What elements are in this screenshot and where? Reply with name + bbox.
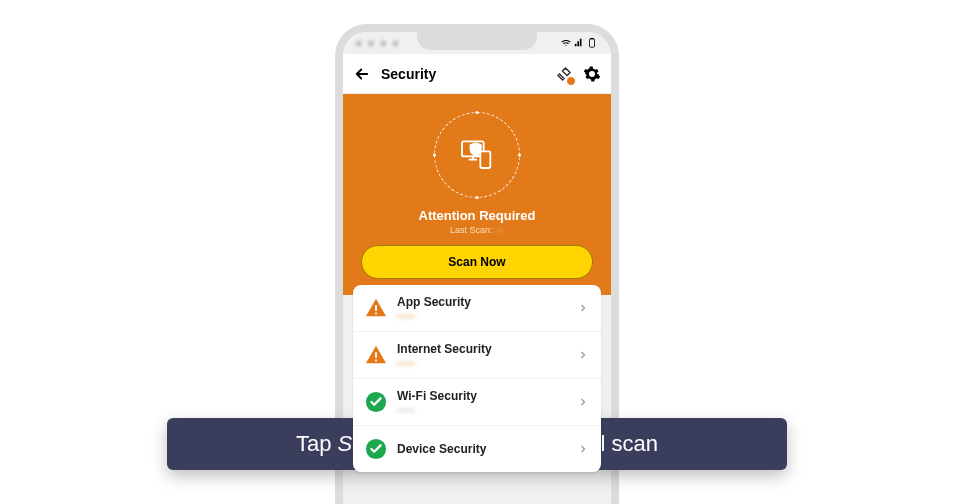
hero-title: Attention Required bbox=[419, 208, 536, 223]
row-title: App Security bbox=[397, 295, 567, 309]
battery-icon bbox=[587, 38, 597, 48]
scan-now-button[interactable]: Scan Now bbox=[361, 245, 593, 279]
list-item-wifi-security[interactable]: Wi-Fi Security —— bbox=[353, 379, 601, 426]
monitor-shield-icon bbox=[457, 133, 497, 177]
page-title: Security bbox=[381, 66, 545, 82]
hero-subtitle: Last Scan: — bbox=[450, 225, 504, 235]
chevron-right-icon bbox=[577, 349, 589, 361]
row-title: Internet Security bbox=[397, 342, 567, 356]
phone-frame: • • • • Security bbox=[335, 24, 619, 504]
svg-rect-3 bbox=[480, 151, 490, 168]
chevron-right-icon bbox=[577, 396, 589, 408]
back-arrow-icon[interactable] bbox=[353, 65, 371, 83]
check-icon bbox=[365, 438, 387, 460]
scan-ring bbox=[434, 112, 520, 198]
row-subtitle: —— bbox=[397, 311, 567, 321]
security-list: App Security —— Internet Security —— bbox=[343, 285, 611, 504]
svg-rect-0 bbox=[590, 39, 595, 47]
chevron-right-icon bbox=[577, 302, 589, 314]
tools-icon[interactable] bbox=[555, 65, 573, 83]
chevron-right-icon bbox=[577, 443, 589, 455]
hero-panel: Attention Required Last Scan: — Scan Now bbox=[343, 94, 611, 295]
svg-rect-4 bbox=[375, 305, 377, 311]
check-icon bbox=[365, 391, 387, 413]
caption-pre: Tap bbox=[296, 431, 338, 456]
status-carrier: • • • • bbox=[357, 38, 400, 49]
row-subtitle: —— bbox=[397, 358, 567, 368]
row-title: Device Security bbox=[397, 442, 567, 456]
svg-rect-5 bbox=[375, 313, 377, 315]
svg-rect-7 bbox=[375, 360, 377, 362]
scan-now-label: Scan Now bbox=[448, 255, 505, 269]
warning-icon bbox=[365, 297, 387, 319]
status-icons bbox=[561, 38, 597, 48]
lastscan-value: — bbox=[495, 225, 504, 235]
wifi-icon bbox=[561, 38, 571, 48]
warning-icon bbox=[365, 344, 387, 366]
security-card: App Security —— Internet Security —— bbox=[353, 285, 601, 472]
phone-notch bbox=[417, 32, 537, 50]
list-item-app-security[interactable]: App Security —— bbox=[353, 285, 601, 332]
lastscan-label: Last Scan: bbox=[450, 225, 495, 235]
gear-icon[interactable] bbox=[583, 65, 601, 83]
list-item-internet-security[interactable]: Internet Security —— bbox=[353, 332, 601, 379]
row-subtitle: —— bbox=[397, 405, 567, 415]
app-header: Security bbox=[343, 54, 611, 94]
tools-badge bbox=[566, 76, 576, 86]
svg-rect-1 bbox=[591, 38, 594, 39]
row-title: Wi-Fi Security bbox=[397, 389, 567, 403]
app-screen: • • • • Security bbox=[343, 32, 611, 504]
list-item-device-security[interactable]: Device Security bbox=[353, 426, 601, 472]
svg-rect-6 bbox=[375, 352, 377, 358]
signal-icon bbox=[574, 38, 584, 48]
